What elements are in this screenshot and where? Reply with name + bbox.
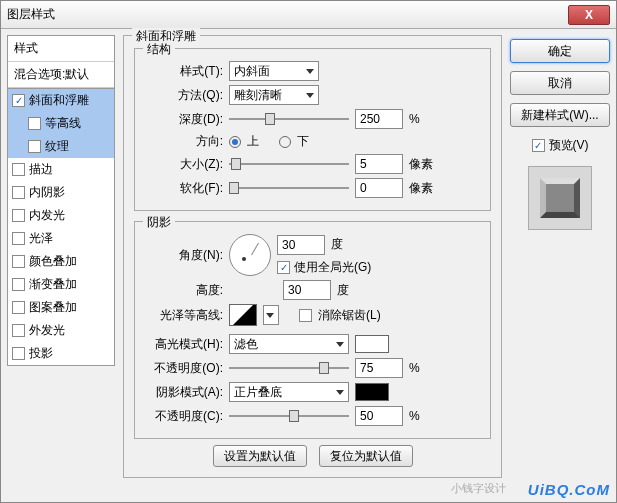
shadow-opacity-unit: % <box>409 409 439 423</box>
shadow-mode-label: 阴影模式(A): <box>145 384 223 401</box>
shading-fieldset: 阴影 角度(N): 30 度 使用全局光(G) <box>134 221 491 439</box>
depth-slider[interactable] <box>229 110 349 128</box>
highlight-opacity-label: 不透明度(O): <box>145 360 223 377</box>
effect-checkbox[interactable] <box>28 117 41 130</box>
shadow-opacity-label: 不透明度(C): <box>145 408 223 425</box>
preview-checkbox[interactable] <box>532 139 545 152</box>
shadow-opacity-input[interactable]: 50 <box>355 406 403 426</box>
effect-checkbox[interactable] <box>12 324 25 337</box>
direction-up-radio[interactable] <box>229 136 241 148</box>
close-button[interactable]: X <box>568 5 610 25</box>
shadow-opacity-slider[interactable] <box>229 407 349 425</box>
reset-default-button[interactable]: 复位为默认值 <box>319 445 413 467</box>
styles-panel: 样式 混合选项:默认 斜面和浮雕等高线纹理描边内阴影内发光光泽颜色叠加渐变叠加图… <box>7 35 115 496</box>
ok-button[interactable]: 确定 <box>510 39 610 63</box>
direction-down-label: 下 <box>297 133 309 150</box>
effect-item[interactable]: 渐变叠加 <box>8 273 114 296</box>
dialog-content: 样式 混合选项:默认 斜面和浮雕等高线纹理描边内阴影内发光光泽颜色叠加渐变叠加图… <box>1 29 616 502</box>
depth-input[interactable]: 250 <box>355 109 403 129</box>
highlight-opacity-unit: % <box>409 361 439 375</box>
effect-checkbox[interactable] <box>12 163 25 176</box>
dialog-title: 图层样式 <box>7 6 568 23</box>
soften-unit: 像素 <box>409 180 439 197</box>
highlight-mode-dropdown[interactable]: 滤色 <box>229 334 349 354</box>
altitude-label: 高度: <box>145 282 223 299</box>
direction-up-label: 上 <box>247 133 259 150</box>
effect-label: 图案叠加 <box>29 299 77 316</box>
effect-checkbox[interactable] <box>12 255 25 268</box>
direction-label: 方向: <box>145 133 223 150</box>
effect-checkbox[interactable] <box>12 186 25 199</box>
titlebar[interactable]: 图层样式 X <box>1 1 616 29</box>
effect-label: 斜面和浮雕 <box>29 92 89 109</box>
effects-list: 斜面和浮雕等高线纹理描边内阴影内发光光泽颜色叠加渐变叠加图案叠加外发光投影 <box>7 88 115 366</box>
effect-label: 内发光 <box>29 207 65 224</box>
new-style-button[interactable]: 新建样式(W)... <box>510 103 610 127</box>
watermark: UiBQ.CoM <box>528 481 610 498</box>
gloss-contour-dropdown[interactable] <box>263 305 279 325</box>
shadow-mode-dropdown[interactable]: 正片叠底 <box>229 382 349 402</box>
structure-fieldset: 结构 样式(T): 内斜面 方法(Q): 雕刻清晰 深度(D): 250 % <box>134 48 491 211</box>
shading-title: 阴影 <box>143 214 175 231</box>
style-label: 样式(T): <box>145 63 223 80</box>
effect-label: 渐变叠加 <box>29 276 77 293</box>
close-icon: X <box>585 8 593 22</box>
effect-item[interactable]: 光泽 <box>8 227 114 250</box>
effect-item[interactable]: 内发光 <box>8 204 114 227</box>
direction-down-radio[interactable] <box>279 136 291 148</box>
preview-thumbnail <box>528 166 592 230</box>
size-label: 大小(Z): <box>145 156 223 173</box>
effect-item[interactable]: 图案叠加 <box>8 296 114 319</box>
size-input[interactable]: 5 <box>355 154 403 174</box>
global-light-checkbox[interactable] <box>277 261 290 274</box>
antialias-label: 消除锯齿(L) <box>318 307 381 324</box>
effect-checkbox[interactable] <box>12 94 25 107</box>
effect-item[interactable]: 投影 <box>8 342 114 365</box>
effect-label: 投影 <box>29 345 53 362</box>
effect-label: 内阴影 <box>29 184 65 201</box>
highlight-opacity-slider[interactable] <box>229 359 349 377</box>
action-panel: 确定 取消 新建样式(W)... 预览(V) <box>510 35 610 496</box>
effect-checkbox[interactable] <box>12 232 25 245</box>
effect-checkbox[interactable] <box>12 347 25 360</box>
set-default-button[interactable]: 设置为默认值 <box>213 445 307 467</box>
effect-checkbox[interactable] <box>12 278 25 291</box>
effect-item[interactable]: 等高线 <box>8 112 114 135</box>
effect-item[interactable]: 外发光 <box>8 319 114 342</box>
styles-header[interactable]: 样式 <box>8 36 114 62</box>
soften-slider[interactable] <box>229 179 349 197</box>
antialias-checkbox[interactable] <box>299 309 312 322</box>
effect-item[interactable]: 斜面和浮雕 <box>8 89 114 112</box>
shadow-color-swatch[interactable] <box>355 383 389 401</box>
effect-item[interactable]: 内阴影 <box>8 181 114 204</box>
technique-dropdown[interactable]: 雕刻清晰 <box>229 85 319 105</box>
depth-label: 深度(D): <box>145 111 223 128</box>
size-slider[interactable] <box>229 155 349 173</box>
preview-bevel-icon <box>540 178 580 218</box>
highlight-color-swatch[interactable] <box>355 335 389 353</box>
effect-checkbox[interactable] <box>28 140 41 153</box>
effect-item[interactable]: 纹理 <box>8 135 114 158</box>
effect-item[interactable]: 颜色叠加 <box>8 250 114 273</box>
angle-input[interactable]: 30 <box>277 235 325 255</box>
effect-checkbox[interactable] <box>12 301 25 314</box>
cancel-button[interactable]: 取消 <box>510 71 610 95</box>
angle-dial[interactable] <box>229 234 271 276</box>
depth-unit: % <box>409 112 439 126</box>
preview-label: 预览(V) <box>549 137 589 154</box>
soften-label: 软化(F): <box>145 180 223 197</box>
gloss-contour-picker[interactable] <box>229 304 257 326</box>
blend-options-default[interactable]: 混合选项:默认 <box>8 62 114 88</box>
altitude-input[interactable]: 30 <box>283 280 331 300</box>
global-light-label: 使用全局光(G) <box>294 259 371 276</box>
styles-header-box: 样式 混合选项:默认 <box>7 35 115 88</box>
effect-item[interactable]: 描边 <box>8 158 114 181</box>
style-dropdown[interactable]: 内斜面 <box>229 61 319 81</box>
technique-label: 方法(Q): <box>145 87 223 104</box>
soften-input[interactable]: 0 <box>355 178 403 198</box>
bevel-emboss-fieldset: 斜面和浮雕 结构 样式(T): 内斜面 方法(Q): 雕刻清晰 深度(D): <box>123 35 502 478</box>
size-unit: 像素 <box>409 156 439 173</box>
effect-checkbox[interactable] <box>12 209 25 222</box>
angle-unit: 度 <box>331 236 343 253</box>
highlight-opacity-input[interactable]: 75 <box>355 358 403 378</box>
